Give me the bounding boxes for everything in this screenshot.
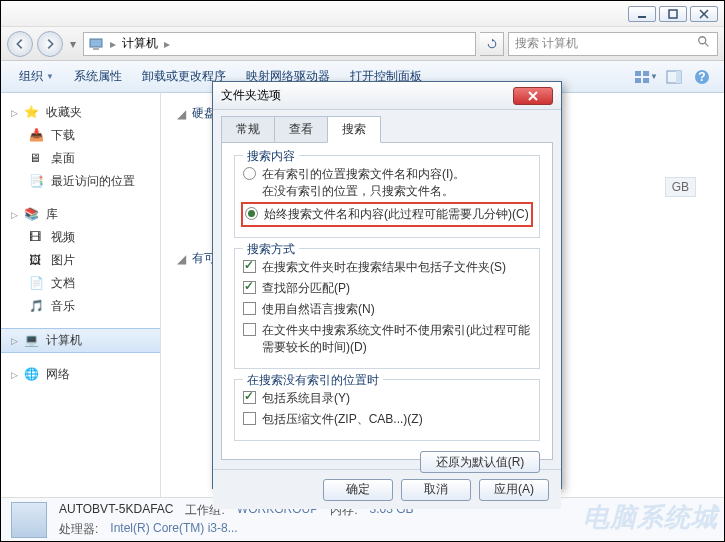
chk-natural[interactable]: 使用自然语言搜索(N) [243,299,531,320]
library-icon: 📚 [24,207,40,223]
svg-rect-0 [638,16,646,18]
tab-content: 搜索内容 在有索引的位置搜索文件名和内容(I)。在没有索引的位置，只搜索文件名。… [221,142,553,460]
sidebar-desktop[interactable]: 🖥桌面 [1,147,160,170]
download-icon: 📥 [29,128,45,144]
dialog-tabs: 常规 查看 搜索 [213,110,561,143]
sidebar-libraries[interactable]: ▷📚库 [1,203,160,226]
back-button[interactable] [7,31,33,57]
status-cpu: Intel(R) Core(TM) i3-8... [110,521,237,538]
sidebar-favorites[interactable]: ▷⭐收藏夹 [1,101,160,124]
group-search-content: 搜索内容 在有索引的位置搜索文件名和内容(I)。在没有索引的位置，只搜索文件名。… [234,155,540,238]
desktop-icon: 🖥 [29,151,45,167]
svg-rect-8 [643,78,649,83]
search-box[interactable]: 搜索 计算机 [508,32,718,56]
help-icon[interactable]: ? [690,65,714,89]
svg-rect-2 [90,39,102,47]
tab-view[interactable]: 查看 [274,116,328,143]
forward-button[interactable] [37,31,63,57]
legend-method: 搜索方式 [243,241,299,258]
svg-rect-3 [93,48,99,50]
computer-large-icon [11,502,47,538]
recent-icon: 📑 [29,174,45,190]
restore-defaults-button[interactable]: 还原为默认值(R) [420,451,540,473]
group-search-method: 搜索方式 在搜索文件夹时在搜索结果中包括子文件夹(S) 查找部分匹配(P) 使用… [234,248,540,369]
svg-rect-7 [635,78,641,83]
dialog-button-row: 确定 取消 应用(A) [213,469,561,509]
computer-icon: 💻 [24,333,40,349]
sidebar-videos[interactable]: 🎞视频 [1,226,160,249]
svg-rect-6 [643,70,649,75]
sidebar-computer[interactable]: ▷💻计算机 [1,328,160,353]
nav-bar: ▾ ▸ 计算机 ▸ 搜索 计算机 [1,27,724,61]
svg-rect-5 [635,70,641,75]
close-button[interactable] [690,6,718,22]
computer-icon [88,36,104,52]
sidebar-recent[interactable]: 📑最近访问的位置 [1,170,160,193]
preview-pane-icon[interactable] [662,65,686,89]
legend-nonindexed: 在搜索没有索引的位置时 [243,372,383,389]
svg-point-4 [699,37,706,44]
svg-text:?: ? [698,70,705,84]
svg-rect-1 [669,10,677,18]
nav-pane: ▷⭐收藏夹 📥下载 🖥桌面 📑最近访问的位置 ▷📚库 🎞视频 🖼图片 📄文档 🎵… [1,93,161,497]
window-titlebar [1,1,724,27]
dialog-titlebar[interactable]: 文件夹选项 [213,82,561,110]
nav-history-dropdown[interactable]: ▾ [67,34,79,54]
tab-general[interactable]: 常规 [221,116,275,143]
sidebar-music[interactable]: 🎵音乐 [1,295,160,318]
svg-rect-10 [676,71,681,83]
cancel-button[interactable]: 取消 [401,479,471,501]
sidebar-pictures[interactable]: 🖼图片 [1,249,160,272]
ok-button[interactable]: 确定 [323,479,393,501]
star-icon: ⭐ [24,105,40,121]
network-icon: 🌐 [24,367,40,383]
dialog-close-button[interactable] [513,87,553,105]
breadcrumb-item[interactable]: 计算机 [122,35,158,52]
search-placeholder: 搜索 计算机 [515,35,578,52]
video-icon: 🎞 [29,230,45,246]
breadcrumb-sep: ▸ [164,37,170,51]
breadcrumb-sep: ▸ [110,37,116,51]
group-non-indexed: 在搜索没有索引的位置时 包括系统目录(Y) 包括压缩文件(ZIP、CAB...)… [234,379,540,441]
maximize-button[interactable] [659,6,687,22]
status-cpu-label: 处理器: [59,521,98,538]
chk-subfolders[interactable]: 在搜索文件夹时在搜索结果中包括子文件夹(S) [243,257,531,278]
tab-search[interactable]: 搜索 [327,116,381,143]
chk-partial[interactable]: 查找部分匹配(P) [243,278,531,299]
dialog-title: 文件夹选项 [221,87,281,104]
chk-system-dirs[interactable]: 包括系统目录(Y) [243,388,531,409]
status-name: AUTOBVT-5KDAFAC [59,502,173,519]
chk-no-index[interactable]: 在文件夹中搜索系统文件时不使用索引(此过程可能需要较长的时间)(D) [243,320,531,358]
minimize-button[interactable] [628,6,656,22]
documents-icon: 📄 [29,276,45,292]
toolbar-organize[interactable]: 组织▼ [11,64,62,89]
search-icon [697,35,711,52]
sidebar-network[interactable]: ▷🌐网络 [1,363,160,386]
toolbar-system-properties[interactable]: 系统属性 [66,64,130,89]
radio-always-search[interactable]: 始终搜索文件名和内容(此过程可能需要几分钟)(C) [241,202,533,227]
address-bar[interactable]: ▸ 计算机 ▸ [83,32,476,56]
watermark: 电脑系统城 [583,500,718,535]
radio-indexed[interactable]: 在有索引的位置搜索文件名和内容(I)。在没有索引的位置，只搜索文件名。 [243,164,531,202]
refresh-button[interactable] [480,32,504,56]
folder-options-dialog: 文件夹选项 常规 查看 搜索 搜索内容 在有索引的位置搜索文件名和内容(I)。在… [212,81,562,489]
sidebar-documents[interactable]: 📄文档 [1,272,160,295]
legend-content: 搜索内容 [243,148,299,165]
view-icon[interactable]: ▼ [634,65,658,89]
chk-compressed[interactable]: 包括压缩文件(ZIP、CAB...)(Z) [243,409,531,430]
apply-button[interactable]: 应用(A) [479,479,549,501]
gb-readout: GB [665,177,696,197]
sidebar-downloads[interactable]: 📥下载 [1,124,160,147]
pictures-icon: 🖼 [29,253,45,269]
music-icon: 🎵 [29,299,45,315]
